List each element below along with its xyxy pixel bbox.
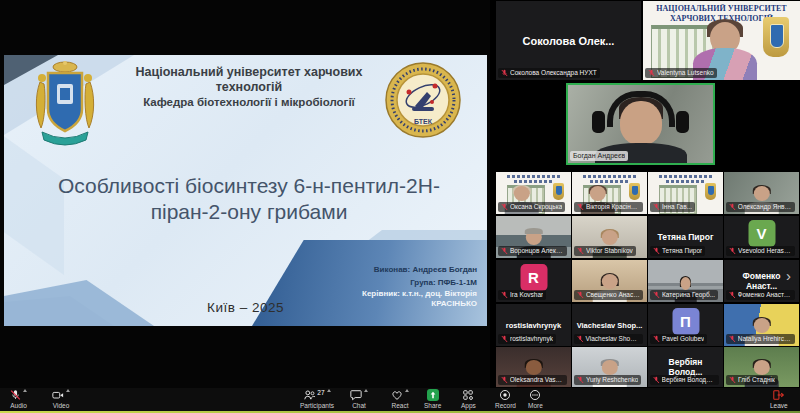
mic-muted-icon	[10, 389, 21, 401]
participant-tile[interactable]: НАЦІОНАЛЬНИЙ УНІВЕРСИТЕТ ХАРЧОВИХ ТЕХНОЛ…	[643, 1, 800, 80]
muted-mic-icon	[648, 69, 655, 77]
participant-tile[interactable]: Катерина Георб...	[648, 260, 723, 302]
participant-tile[interactable]: Воронцов Алекс...	[496, 216, 571, 258]
active-speaker-name: Богдан Андреєв	[573, 152, 625, 160]
participant-tile[interactable]: Олександр Янвд...	[724, 172, 799, 214]
participant-tile[interactable]: П Pavel Golubev	[648, 304, 723, 346]
leave-meeting-button[interactable]: Leave	[770, 389, 788, 409]
zoom-meeting-window: Національний університет харчових технол…	[0, 0, 800, 413]
participant-tile[interactable]: Вікторія Красінько	[572, 172, 647, 214]
muted-mic-icon	[653, 203, 660, 211]
participant-name: Viacheslav Shopin...	[585, 335, 640, 343]
participant-name: Yuriy Reshchenko	[586, 376, 638, 384]
credit-executor: Виконав: Андреєв Богдан	[277, 263, 477, 276]
heart-icon	[391, 389, 403, 401]
muted-mic-icon	[729, 376, 736, 384]
participant-tile[interactable]: Yuriy Reshchenko	[572, 347, 647, 387]
muted-mic-icon	[653, 376, 660, 384]
react-options-caret[interactable]	[405, 389, 409, 392]
audio-options-caret[interactable]	[23, 389, 27, 392]
slide-title: Особливості біосинтезу 6-н-пентил-2Н- пі…	[34, 173, 464, 225]
participant-name: Воронцов Алекс...	[510, 247, 564, 255]
muted-mic-icon	[653, 291, 660, 299]
participant-initial-avatar: V	[748, 220, 775, 247]
muted-mic-icon	[653, 247, 660, 255]
active-speaker-tile[interactable]: Богдан Андреєв	[566, 83, 715, 165]
university-seal-logo: БТЕК	[385, 62, 461, 142]
muted-mic-icon	[577, 291, 584, 299]
participant-tile[interactable]: Тетяна Пирог Тетяна Пирог	[648, 216, 723, 258]
participant-name: Соколова Олександра НУХТ	[510, 69, 597, 77]
participant-name: Фоменко Анастасія	[738, 291, 792, 299]
participant-tile[interactable]: Oleksandra Vasyl...	[496, 347, 571, 387]
participant-tile[interactable]: Вербіян Волод... Вербіян Володим...	[648, 347, 723, 387]
muted-mic-icon	[501, 203, 508, 211]
slide-city-year: Київ – 2025	[4, 300, 487, 315]
participant-name: Тетяна Пирог	[662, 247, 702, 255]
participant-tile[interactable]: V Vsevolod Herasy...	[724, 216, 799, 258]
participant-name: Valentyna Lutsenko	[657, 69, 714, 77]
muted-mic-icon	[729, 247, 736, 255]
participant-tile[interactable]: R Ira Kovshar	[496, 260, 571, 302]
muted-mic-icon	[729, 203, 736, 211]
chat-options-caret[interactable]	[364, 389, 368, 392]
participant-tile[interactable]: rostislavhrynyk rostislavhrynyk	[496, 304, 571, 346]
poster-art	[507, 175, 561, 178]
muted-mic-icon	[729, 335, 736, 343]
participant-tile[interactable]: Viacheslav Shop... Viacheslav Shopin...	[572, 304, 647, 346]
seal-bottom-text: БТЕК	[414, 118, 433, 125]
more-button[interactable]: More	[528, 389, 543, 409]
react-button[interactable]: React	[391, 389, 409, 409]
participant-name: Nataliya Hrehirchak	[738, 335, 792, 343]
participant-gallery: Соколова Олек... Соколова Олександра НУХ…	[490, 0, 800, 388]
video-options-caret[interactable]	[66, 389, 70, 392]
participant-tile[interactable]: Nataliya Hrehirchak	[724, 304, 799, 346]
participants-icon	[303, 389, 316, 401]
muted-mic-icon	[729, 291, 736, 299]
participant-name: Гліб Стаднік	[738, 376, 775, 384]
muted-mic-icon	[577, 203, 584, 211]
apps-button[interactable]: Apps	[461, 389, 476, 409]
participant-tile[interactable]: Viktor Stabnikov	[572, 216, 647, 258]
shared-screen-area: Національний університет харчових технол…	[0, 0, 490, 388]
meeting-toolbar: Audio Video 27 Participants Chat React S…	[0, 388, 800, 411]
participant-name: Ira Kovshar	[510, 291, 543, 299]
muted-mic-icon	[577, 376, 584, 384]
participants-button[interactable]: 27 Participants	[300, 389, 334, 409]
participant-initial-avatar: R	[520, 264, 547, 291]
camera-icon	[52, 389, 64, 401]
participant-tile[interactable]: Інна Гав...	[648, 172, 723, 214]
share-screen-icon	[427, 389, 439, 401]
participants-options-caret[interactable]	[327, 389, 331, 392]
chat-icon	[350, 389, 362, 401]
participant-name: Олександр Янвд...	[738, 203, 792, 211]
record-button[interactable]: Record	[495, 389, 516, 409]
video-button[interactable]: Video	[52, 389, 70, 409]
participant-tile[interactable]: Соколова Олек... Соколова Олександра НУХ…	[496, 1, 641, 80]
participant-tile[interactable]: Гліб Стаднік	[724, 347, 799, 387]
muted-mic-icon	[653, 335, 660, 343]
muted-mic-icon	[501, 376, 508, 384]
participant-name: Вербіян Володим...	[662, 376, 716, 384]
chat-button[interactable]: Chat	[350, 389, 368, 409]
participant-name: Pavel Golubev	[662, 335, 704, 343]
participant-name: Viktor Stabnikov	[586, 247, 633, 255]
apps-icon	[462, 389, 474, 401]
muted-mic-icon	[501, 291, 508, 299]
credit-group: Група: ПФБ-1-1М	[277, 276, 477, 289]
share-screen-button[interactable]: Share	[424, 389, 441, 409]
participant-name: Свещенко Анаст...	[586, 291, 640, 299]
participant-tile[interactable]: Свещенко Анаст...	[572, 260, 647, 302]
muted-mic-icon	[577, 335, 583, 343]
participant-name: Катерина Георб...	[662, 291, 715, 299]
muted-mic-icon	[501, 69, 508, 77]
muted-mic-icon	[501, 335, 508, 343]
participants-count-badge: 27	[317, 389, 324, 396]
gallery-next-page-button[interactable]: ›	[786, 268, 791, 283]
leave-icon	[772, 389, 785, 401]
credit-supervisor: Керівник: к.т.н., доц. Вікторія	[277, 289, 477, 299]
participant-tile[interactable]: Оксана Скроцька	[496, 172, 571, 214]
audio-button[interactable]: Audio	[10, 389, 27, 409]
muted-mic-icon	[501, 247, 508, 255]
more-icon	[529, 389, 541, 401]
